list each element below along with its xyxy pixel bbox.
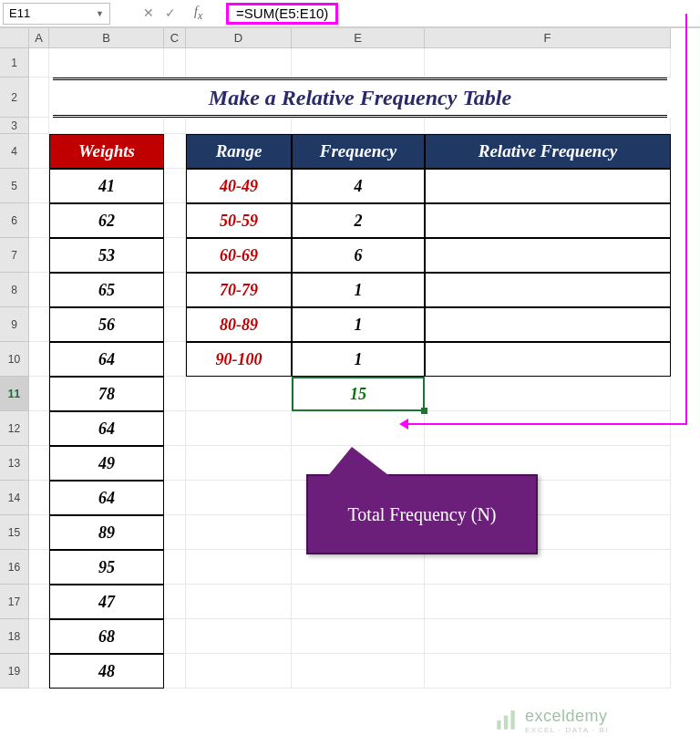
cell[interactable] (164, 411, 186, 446)
weights-header[interactable]: Weights (49, 134, 164, 169)
cell[interactable] (164, 654, 186, 689)
cell[interactable] (425, 550, 671, 585)
cell[interactable] (425, 619, 671, 654)
weight-cell[interactable]: 47 (49, 585, 164, 619)
page-title[interactable]: Make a Relative Frequency Table (53, 78, 667, 118)
cell[interactable] (164, 273, 186, 307)
cell[interactable] (425, 411, 671, 446)
weight-cell[interactable]: 49 (49, 446, 164, 481)
weight-cell[interactable]: 64 (49, 481, 164, 515)
cell[interactable] (29, 585, 49, 619)
weight-cell[interactable]: 78 (49, 377, 164, 411)
cell[interactable] (425, 654, 671, 689)
weight-cell[interactable]: 64 (49, 342, 164, 377)
cell[interactable] (29, 134, 49, 169)
cell[interactable] (29, 118, 49, 134)
cell[interactable] (29, 654, 49, 689)
cell[interactable] (186, 48, 292, 78)
cell[interactable] (292, 118, 425, 134)
fill-handle[interactable] (421, 408, 427, 414)
weight-cell[interactable]: 68 (49, 619, 164, 654)
row-header-5[interactable]: 5 (0, 169, 29, 203)
row-header-14[interactable]: 14 (0, 481, 29, 515)
weight-cell[interactable]: 48 (49, 654, 164, 689)
cell[interactable] (292, 619, 425, 654)
cell[interactable] (164, 446, 186, 481)
cell[interactable] (29, 203, 49, 238)
cell[interactable] (29, 619, 49, 654)
cell[interactable] (29, 48, 49, 78)
weight-cell[interactable]: 89 (49, 515, 164, 550)
relfreq-cell[interactable] (425, 169, 671, 203)
freq-cell[interactable]: 1 (292, 307, 425, 342)
range-cell[interactable]: 60-69 (186, 238, 292, 273)
cell[interactable] (164, 118, 186, 134)
spreadsheet-grid[interactable]: A B C D E F 1 2 Make a Relative Frequenc… (0, 27, 700, 689)
cell[interactable] (292, 550, 425, 585)
cell[interactable] (29, 307, 49, 342)
relfreq-cell[interactable] (425, 307, 671, 342)
col-header-A[interactable]: A (29, 28, 49, 48)
row-header-2[interactable]: 2 (0, 78, 29, 118)
cell[interactable] (186, 118, 292, 134)
freq-cell[interactable]: 2 (292, 203, 425, 238)
cell[interactable] (186, 481, 292, 515)
freq-cell[interactable]: 1 (292, 342, 425, 377)
freq-cell[interactable]: 4 (292, 169, 425, 203)
cell[interactable] (292, 585, 425, 619)
col-header-F[interactable]: F (425, 28, 671, 48)
weight-cell[interactable]: 65 (49, 273, 164, 307)
cell[interactable] (29, 550, 49, 585)
cell[interactable] (186, 550, 292, 585)
cell[interactable] (164, 48, 186, 78)
cell[interactable] (186, 411, 292, 446)
cell[interactable] (186, 515, 292, 550)
row-header-9[interactable]: 9 (0, 307, 29, 342)
cell[interactable] (164, 307, 186, 342)
cell[interactable] (29, 238, 49, 273)
cell[interactable] (29, 377, 49, 411)
row-header-18[interactable]: 18 (0, 619, 29, 654)
relfreq-cell[interactable] (425, 203, 671, 238)
range-cell[interactable]: 70-79 (186, 273, 292, 307)
cell[interactable] (29, 411, 49, 446)
cell[interactable] (49, 118, 164, 134)
cell[interactable] (164, 619, 186, 654)
range-cell[interactable]: 90-100 (186, 342, 292, 377)
freq-cell[interactable]: 1 (292, 273, 425, 307)
cell[interactable] (29, 78, 49, 118)
freq-cell[interactable]: 6 (292, 238, 425, 273)
cell[interactable] (164, 585, 186, 619)
relfreq-cell[interactable] (425, 273, 671, 307)
relfreq-cell[interactable] (425, 342, 671, 377)
frequency-header[interactable]: Frequency (292, 134, 425, 169)
weight-cell[interactable]: 62 (49, 203, 164, 238)
cell[interactable] (186, 377, 292, 411)
range-header[interactable]: Range (186, 134, 292, 169)
name-box-dropdown-icon[interactable]: ▼ (96, 9, 104, 18)
cell[interactable] (29, 446, 49, 481)
cell[interactable] (425, 585, 671, 619)
col-header-B[interactable]: B (49, 28, 164, 48)
cell[interactable] (292, 654, 425, 689)
range-cell[interactable]: 80-89 (186, 307, 292, 342)
name-box[interactable]: E11 ▼ (3, 3, 110, 25)
row-header-8[interactable]: 8 (0, 273, 29, 307)
select-all-corner[interactable] (0, 28, 29, 48)
range-cell[interactable]: 40-49 (186, 169, 292, 203)
weight-cell[interactable]: 95 (49, 550, 164, 585)
cell[interactable] (164, 342, 186, 377)
cell[interactable] (186, 446, 292, 481)
cell[interactable] (29, 515, 49, 550)
enter-icon[interactable]: ✓ (165, 5, 176, 20)
weight-cell[interactable]: 41 (49, 169, 164, 203)
cell[interactable] (186, 619, 292, 654)
cell[interactable] (29, 342, 49, 377)
cell[interactable] (49, 48, 164, 78)
cell[interactable] (29, 169, 49, 203)
col-header-C[interactable]: C (164, 28, 186, 48)
cell[interactable] (29, 273, 49, 307)
row-header-7[interactable]: 7 (0, 238, 29, 273)
row-header-17[interactable]: 17 (0, 585, 29, 619)
row-header-4[interactable]: 4 (0, 134, 29, 169)
